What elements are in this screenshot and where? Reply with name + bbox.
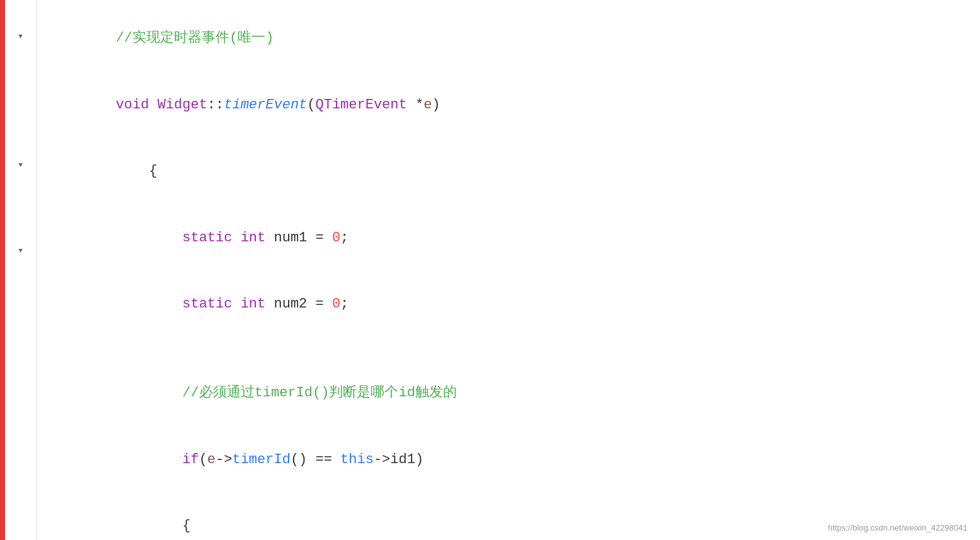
line-5-content: static int num2 = 0; bbox=[49, 271, 980, 338]
indent-4 bbox=[116, 230, 183, 246]
code-line-7: //必须通过timerId()判断是哪个id触发的 bbox=[49, 360, 980, 427]
fold-2[interactable] bbox=[16, 26, 26, 48]
kw-int-2: int bbox=[241, 296, 274, 312]
code-line-8: if(e->timerId() == this->id1) bbox=[49, 427, 980, 493]
code-line-4: static int num1 = 0; bbox=[49, 205, 980, 272]
num-0-2: 0 bbox=[332, 296, 340, 312]
kw-int-1: int bbox=[241, 230, 274, 246]
brace-open-1: { bbox=[116, 163, 158, 179]
code-line-5: static int num2 = 0; bbox=[49, 271, 980, 338]
num-0-1: 0 bbox=[332, 230, 340, 246]
fold-12[interactable] bbox=[16, 241, 26, 262]
line-6-content bbox=[49, 338, 980, 360]
paren-8-1: ( bbox=[199, 452, 207, 468]
var-num1-decl: num1 = bbox=[274, 230, 331, 246]
code-line-1: //实现定时器事件(唯一) bbox=[49, 5, 980, 72]
kw-static-1: static bbox=[182, 230, 240, 246]
paren-close: ) bbox=[432, 97, 440, 113]
code-line-2: void Widget::timerEvent(QTimerEvent *e) bbox=[49, 72, 980, 139]
indent-7 bbox=[116, 385, 183, 401]
indent-5 bbox=[116, 296, 183, 312]
left-border bbox=[0, 0, 5, 540]
kw-void: void bbox=[116, 97, 158, 113]
indent-8 bbox=[116, 452, 183, 468]
code-line-3: { bbox=[49, 138, 980, 205]
param-e-1: e bbox=[207, 452, 216, 468]
star-e: * bbox=[407, 97, 424, 113]
brace-open-2: { bbox=[116, 518, 191, 534]
class-widget: Widget bbox=[158, 97, 207, 113]
line-7-content: //必须通过timerId()判断是哪个id触发的 bbox=[49, 360, 980, 427]
kw-static-2: static bbox=[182, 296, 240, 312]
editor-container: //实现定时器事件(唯一) void Widget::timerEvent(QT… bbox=[0, 0, 980, 540]
kw-if-1: if bbox=[182, 452, 199, 468]
method-timerid-1: timerId bbox=[232, 452, 290, 468]
comment-1: //实现定时器事件(唯一) bbox=[116, 30, 274, 46]
fold-8[interactable] bbox=[16, 155, 26, 176]
paren-open: ( bbox=[307, 97, 315, 113]
dcolon-1: :: bbox=[207, 97, 224, 113]
class-qtimerevent: QTimerEvent bbox=[316, 97, 407, 113]
id1: id1) bbox=[390, 452, 424, 468]
line-gutter bbox=[5, 0, 37, 540]
line-4-content: static int num1 = 0; bbox=[49, 205, 980, 272]
semi-2: ; bbox=[340, 296, 349, 312]
comment-2: //必须通过timerId()判断是哪个id触发的 bbox=[182, 385, 457, 401]
parens-8: () == bbox=[291, 452, 340, 468]
line-2-content: void Widget::timerEvent(QTimerEvent *e) bbox=[49, 72, 980, 139]
line-1-content: //实现定时器事件(唯一) bbox=[49, 5, 980, 72]
semi-1: ; bbox=[340, 230, 349, 246]
line-8-content: if(e->timerId() == this->id1) bbox=[49, 427, 980, 493]
kw-this-1: this bbox=[340, 452, 374, 468]
code-line-6 bbox=[49, 338, 980, 360]
line-3-content: { bbox=[49, 138, 980, 205]
watermark: https://blog.csdn.net/weixin_42298041 bbox=[828, 522, 967, 535]
param-e: e bbox=[424, 97, 432, 113]
var-num2-decl: num2 = bbox=[274, 296, 331, 312]
func-timerevent: timerEvent bbox=[224, 97, 307, 113]
arrow-1: -> bbox=[216, 452, 232, 468]
code-area[interactable]: //实现定时器事件(唯一) void Widget::timerEvent(QT… bbox=[37, 0, 980, 540]
arrow-2: -> bbox=[374, 452, 390, 468]
